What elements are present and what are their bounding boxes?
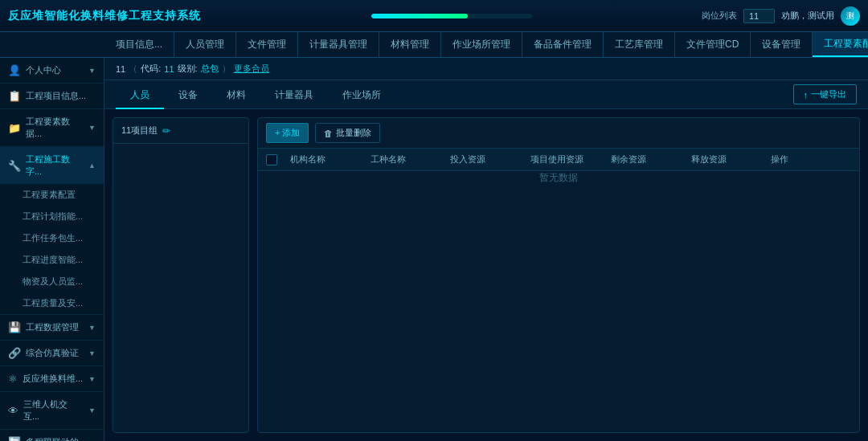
sidebar-section-personal: 👤 个人中心 ▼ (0, 58, 104, 84)
main-content: 11 （ 代码: 11 级别: 总包 ） 更多合员 人员 设备 材料 (104, 58, 868, 441)
th-checkbox (266, 153, 290, 165)
sidebar-section-project-data: 📁 工程要素数据... ▼ (0, 109, 104, 147)
sidebar-item-integrated[interactable]: 🔗 综合仿真验证 ▼ (0, 341, 104, 365)
sidebar-label-project-data: 工程要素数据... (26, 116, 84, 140)
right-panel: + 添加 🗑 批量删除 机构名称 工种名称 投入资源 (257, 117, 860, 433)
content-tab-equipment[interactable]: 设备 (164, 80, 212, 109)
sidebar-sub-quality[interactable]: 工程质量及安... (0, 292, 104, 314)
sidebar-item-project-info[interactable]: 📋 工程项目信息... (0, 84, 104, 108)
arrow-icon-hmi: ▼ (88, 406, 96, 414)
inner-content: 11项目组 ✏ + 添加 🗑 批量删除 (104, 109, 868, 441)
sidebar-label-integrated: 综合仿真验证 (26, 347, 79, 359)
nav-tab-doc-cd[interactable]: 文件管理CD (675, 32, 751, 57)
table-header: 机构名称 工种名称 投入资源 项目使用资源 剩余资源 释放资源 操作 (258, 149, 859, 171)
sidebar-label-personal: 个人中心 (26, 64, 61, 76)
link-icon: 🔗 (8, 347, 21, 359)
arrow-icon-construction: ▲ (88, 161, 96, 169)
sidebar-item-data-manage[interactable]: 💾 工程数据管理 ▼ (0, 315, 104, 340)
right-panel-toolbar: + 添加 🗑 批量删除 (258, 118, 859, 149)
cycle-icon: 🔄 (8, 436, 21, 441)
content-tabs: 人员 设备 材料 计量器具 作业场所 ↑ 一键导出 (104, 80, 868, 109)
sidebar-section-construction: 🔧 工程施工数字... ▲ 工程要素配置 工程计划指能... 工作任务包生...… (0, 147, 104, 315)
sidebar-item-project-data[interactable]: 📁 工程要素数据... ▼ (0, 109, 104, 146)
th-action: 操作 (771, 153, 851, 165)
empty-state: 暂无数据 (258, 171, 859, 185)
sidebar-label-project-info: 工程项目信息... (26, 90, 86, 102)
left-panel: 11项目组 ✏ (113, 117, 249, 433)
sidebar-section-reactor: ⚛ 反应堆换料维... ▼ (0, 366, 104, 392)
nav-tab-requirements[interactable]: 工程要素配置 ✕ (813, 32, 868, 57)
sidebar-sub-planning[interactable]: 工程计划指能... (0, 206, 104, 227)
arrow-icon-integrated: ▼ (88, 349, 96, 357)
sidebar: 👤 个人中心 ▼ 📋 工程项目信息... 📁 工程要素数据... ▼ 🔧 工程施… (0, 58, 104, 441)
batch-delete-button[interactable]: 🗑 批量删除 (315, 123, 380, 143)
sidebar-label-reactor: 反应堆换料维... (23, 373, 83, 385)
content-tab-material[interactable]: 材料 (212, 80, 260, 109)
nav-tab-material[interactable]: 材料管理 (379, 32, 441, 57)
th-remaining: 剩余资源 (611, 153, 691, 165)
atom-icon: ⚛ (8, 373, 18, 385)
sidebar-sub-logistics[interactable]: 物资及人员监... (0, 271, 104, 292)
progress-bar-container (371, 14, 532, 18)
breadcrumb-sep2: ） (222, 63, 231, 75)
nav-tab-project-info[interactable]: 项目信息... (104, 32, 174, 57)
th-release: 释放资源 (691, 153, 772, 165)
breadcrumb-more-link[interactable]: 更多合员 (234, 63, 269, 75)
nav-tab-device[interactable]: 设备管理 (751, 32, 813, 57)
sidebar-label-data-manage: 工程数据管理 (26, 321, 79, 333)
sidebar-section-integrated: 🔗 综合仿真验证 ▼ (0, 341, 104, 366)
person-icon: 👤 (8, 64, 21, 76)
content-tab-measure[interactable]: 计量器具 (260, 80, 328, 109)
header-center (201, 14, 702, 18)
th-org: 机构名称 (290, 153, 371, 165)
left-panel-header: 11项目组 ✏ (113, 118, 248, 144)
nav-tab-worksite[interactable]: 作业场所管理 (441, 32, 522, 57)
th-project-use: 项目使用资源 (530, 153, 611, 165)
nav-tab-process[interactable]: 工艺库管理 (604, 32, 675, 57)
eye-icon: 👁 (8, 405, 18, 417)
breadcrumb: 11 （ 代码: 11 级别: 总包 ） 更多合员 (104, 58, 868, 80)
avatar: 测 (841, 6, 860, 26)
sidebar-sub-requirements[interactable]: 工程要素配置 (0, 184, 104, 206)
nav-tab-document[interactable]: 文件管理 (236, 32, 298, 57)
arrow-icon-personal: ▼ (88, 67, 96, 75)
export-button[interactable]: ↑ 一键导出 (793, 84, 858, 104)
sidebar-sub-progress[interactable]: 工程进度智能... (0, 249, 104, 271)
progress-bar-fill (371, 14, 468, 18)
breadcrumb-code-label: 代码: (141, 63, 161, 75)
sidebar-section-multithread: 🔄 多程限联动的... (0, 430, 104, 441)
sidebar-section-project-info: 📋 工程项目信息... (0, 84, 104, 109)
app-title: 反应堆智能化换料维修工程支持系统 (8, 9, 201, 23)
edit-icon[interactable]: ✏ (162, 125, 170, 137)
user-label: 劝鹏，测试用 (781, 10, 834, 22)
sidebar-item-construction[interactable]: 🔧 工程施工数字... ▲ (0, 147, 104, 184)
arrow-icon-data: ▼ (88, 124, 96, 132)
content-tab-worksite[interactable]: 作业场所 (328, 80, 395, 109)
sidebar-section-hmi: 👁 三维人机交互... ▼ (0, 392, 104, 430)
sidebar-item-multithread[interactable]: 🔄 多程限联动的... (0, 430, 104, 441)
storage-icon: 💾 (8, 321, 21, 333)
list-label: 岗位列表 (702, 10, 737, 22)
nav-tab-equipment[interactable]: 备品备件管理 (522, 32, 604, 57)
sidebar-sub-task[interactable]: 工作任务包生... (0, 227, 104, 249)
header-right: 岗位列表 11 12 13 劝鹏，测试用 测 (702, 6, 860, 26)
content-tab-personnel[interactable]: 人员 (116, 80, 164, 109)
delete-icon: 🗑 (324, 129, 333, 138)
position-select[interactable]: 11 12 13 (743, 9, 775, 23)
left-panel-title: 11项目组 (121, 125, 158, 137)
sidebar-section-data-manage: 💾 工程数据管理 ▼ (0, 315, 104, 341)
upload-icon: ↑ (804, 90, 809, 100)
nav-tab-measure[interactable]: 计量器具管理 (298, 32, 379, 57)
breadcrumb-level-value: 总包 (201, 63, 219, 75)
add-button[interactable]: + 添加 (266, 123, 309, 143)
folder-icon: 📁 (8, 122, 21, 134)
select-all-checkbox[interactable] (266, 154, 277, 165)
layout: 👤 个人中心 ▼ 📋 工程项目信息... 📁 工程要素数据... ▼ 🔧 工程施… (0, 58, 868, 441)
sidebar-item-personal[interactable]: 👤 个人中心 ▼ (0, 58, 104, 83)
clipboard-icon: 📋 (8, 90, 21, 102)
sidebar-item-reactor[interactable]: ⚛ 反应堆换料维... ▼ (0, 366, 104, 391)
nav-tabs: 项目信息... 人员管理 文件管理 计量器具管理 材料管理 作业场所管理 备品备… (0, 32, 868, 58)
nav-tab-personnel[interactable]: 人员管理 (174, 32, 236, 57)
sidebar-item-hmi[interactable]: 👁 三维人机交互... ▼ (0, 392, 104, 429)
th-input: 投入资源 (450, 153, 530, 165)
